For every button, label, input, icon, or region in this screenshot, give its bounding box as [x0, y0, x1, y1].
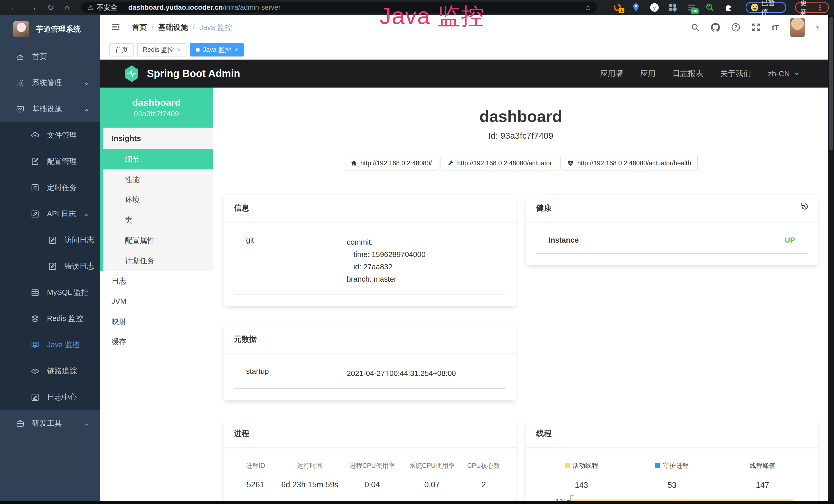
sidebar-item-system[interactable]: 系统管理 — [0, 70, 100, 96]
url-host: dashboard.yudao.iocoder.cn — [128, 4, 223, 12]
sba-nav-wallboard[interactable]: 应用墙 — [600, 68, 623, 79]
browser-update-button[interactable]: 更新 ⋮ — [795, 2, 829, 13]
inst-item-environment[interactable]: 环境 — [103, 190, 213, 210]
health-url: http://192.168.0.2:48080/actuator/health — [577, 159, 691, 167]
hamburger-icon[interactable] — [110, 22, 121, 33]
stat-label: 进程ID — [246, 461, 265, 470]
window-scrollbar-track[interactable] — [828, 15, 834, 504]
cards-grid: 信息 git commit: time: 1596289704000 id: 2… — [213, 194, 828, 504]
tab-home[interactable]: 首页 — [109, 43, 134, 56]
process-card-title: 进程 — [223, 420, 516, 448]
tab-redis-monitor[interactable]: Redis 监控 × — [137, 43, 186, 56]
spring-boot-admin-logo-icon — [124, 65, 140, 83]
browser-reload-icon[interactable]: ↻ — [47, 3, 54, 12]
sba-nav-about[interactable]: 关于我们 — [720, 68, 751, 79]
fullscreen-icon[interactable] — [751, 23, 761, 32]
bookmark-star-icon[interactable]: ☆ — [585, 3, 592, 12]
edit-icon — [31, 157, 39, 166]
git-commit-line: commit: — [347, 236, 425, 248]
process-stat-uptime: 运行时间 6d 23h 15m 59s — [277, 461, 343, 489]
browser-back-icon[interactable]: ← — [10, 3, 19, 12]
sidebar-item-dev-tools[interactable]: 研发工具 — [0, 410, 100, 436]
actuator-url-chip[interactable]: http://192.168.0.2:48080/actuator — [440, 156, 558, 170]
sidebar-item-tracing[interactable]: 链路追踪 — [0, 358, 100, 384]
text-size-icon[interactable]: tT — [772, 23, 779, 32]
browser-forward-icon[interactable]: → — [29, 3, 37, 12]
extension-grid-icon[interactable] — [668, 3, 678, 12]
close-icon[interactable]: × — [177, 46, 181, 54]
main-column: 首页 / 基础设施 / Java 监控 tT ▾ 首页 Redis 监控 × J… — [100, 15, 828, 504]
sba-brand[interactable]: Spring Boot Admin — [147, 68, 240, 79]
breadcrumb-home[interactable]: 首页 — [132, 22, 147, 32]
scrollbar-thumb[interactable] — [829, 17, 833, 151]
sba-nav-applications[interactable]: 应用 — [640, 68, 656, 79]
sidebar-item-scheduled-jobs[interactable]: 定时任务 — [0, 175, 100, 201]
stat-label: 运行时间 — [297, 461, 323, 470]
address-bar[interactable]: ⚠ 不安全 dashboard.yudao.iocoder.cn /infra/… — [81, 2, 597, 13]
gear-icon — [16, 79, 24, 87]
extension-leaf-icon[interactable] — [705, 3, 715, 12]
page-title: dashboard — [213, 107, 828, 125]
extension-pin-icon[interactable] — [631, 3, 641, 12]
extension-orange-icon[interactable]: 1 — [613, 3, 622, 12]
app-logo-image — [13, 21, 29, 37]
search-icon[interactable] — [691, 23, 700, 32]
sidebar-item-home[interactable]: 首页 — [0, 44, 100, 70]
info-row-value: commit: time: 1596289704000 id: 27aa832 … — [347, 236, 425, 285]
not-secure-label[interactable]: 不安全 — [97, 3, 118, 12]
sidebar-item-log-center[interactable]: 日志中心 — [0, 384, 100, 410]
sidebar-item-infrastructure[interactable]: 基础设施 — [0, 96, 100, 122]
health-url-chip[interactable]: http://192.168.0.2:48080/actuator/health — [561, 156, 698, 170]
sba-language-select[interactable]: zh-CN — [768, 69, 800, 78]
eye-icon — [31, 367, 39, 375]
sidebar-item-label: MySQL 监控 — [47, 287, 89, 298]
sidebar-item-mysql-monitor[interactable]: MySQL 监控 — [0, 279, 100, 305]
sidebar-item-label: 研发工具 — [32, 418, 62, 429]
extension-lines-icon[interactable]: on — [686, 3, 696, 12]
browser-home-icon[interactable]: ⌂ — [64, 3, 69, 12]
instance-header[interactable]: dashboard 93a3fc7f7409 — [100, 88, 213, 128]
inst-item-jvm[interactable]: JVM — [100, 291, 213, 312]
avatar-caret-icon[interactable]: ▾ — [816, 24, 819, 31]
sidebar-item-file-management[interactable]: 文件管理 — [0, 122, 100, 148]
inst-item-scheduled-tasks[interactable]: 计划任务 — [103, 251, 213, 271]
extension-puzzle-icon[interactable] — [724, 3, 733, 12]
sidebar-item-label: 定时任务 — [47, 183, 77, 193]
avatar[interactable] — [790, 18, 805, 37]
sidebar-item-config-management[interactable]: 配置管理 — [0, 148, 100, 175]
inst-item-details[interactable]: 细节 — [103, 149, 213, 169]
inst-item-metrics[interactable]: 性能 — [103, 169, 213, 190]
process-stat-process-cpu: 进程CPU使用率 0.04 — [343, 461, 402, 489]
github-icon[interactable] — [711, 23, 720, 32]
sba-nav-journal[interactable]: 日志报表 — [673, 68, 703, 79]
process-stat-system-cpu: 系统CPU使用率 0.07 — [402, 461, 462, 489]
sidebar-item-java-monitor[interactable]: Java 监控 — [0, 332, 100, 358]
instance-links: http://192.168.0.2:48080/ http://192.168… — [213, 156, 828, 170]
heartbeat-icon — [567, 160, 574, 167]
sidebar-item-api-logs[interactable]: API 日志 — [0, 201, 100, 227]
sidebar-item-error-logs[interactable]: 错误日志 — [0, 253, 100, 279]
history-icon[interactable] — [800, 202, 809, 213]
breadcrumb-infrastructure[interactable]: 基础设施 — [158, 22, 188, 32]
stat-label: 进程CPU使用率 — [349, 461, 395, 470]
inst-item-caches[interactable]: 缓存 — [100, 332, 213, 352]
service-url-chip[interactable]: http://192.168.0.2:48080/ — [344, 156, 438, 170]
paused-badge[interactable]: 已暂停 — [746, 2, 786, 13]
inst-item-config-props[interactable]: 配置属性 — [103, 230, 213, 251]
browser-menu-icon[interactable]: ⋮ — [816, 3, 824, 12]
inst-item-mappings[interactable]: 映射 — [100, 312, 213, 332]
close-icon[interactable]: × — [234, 46, 238, 54]
extension-y-circle-icon[interactable]: y — [650, 3, 659, 12]
inst-item-classes[interactable]: 类 — [103, 210, 213, 230]
sidebar-item-access-logs[interactable]: 访问日志 — [0, 227, 100, 253]
process-stat-pid: 进程ID 5261 — [234, 461, 277, 489]
header-actions: tT ▾ — [691, 18, 819, 37]
sidebar-item-redis-monitor[interactable]: Redis 监控 — [0, 305, 100, 332]
help-icon[interactable] — [731, 23, 740, 32]
process-card: 进程 进程ID 5261 运行时间 6d 23h 15m 59s — [223, 420, 516, 501]
app-logo-row[interactable]: 芋道管理系统 — [0, 15, 100, 44]
process-stat-cpus: CPU核心数 2 — [462, 461, 505, 489]
inst-item-logs[interactable]: 日志 — [100, 271, 213, 291]
tab-java-monitor[interactable]: Java 监控 × — [190, 43, 244, 56]
metadata-row-value: 2021-04-27T00:44:31.254+08:00 — [347, 367, 456, 380]
